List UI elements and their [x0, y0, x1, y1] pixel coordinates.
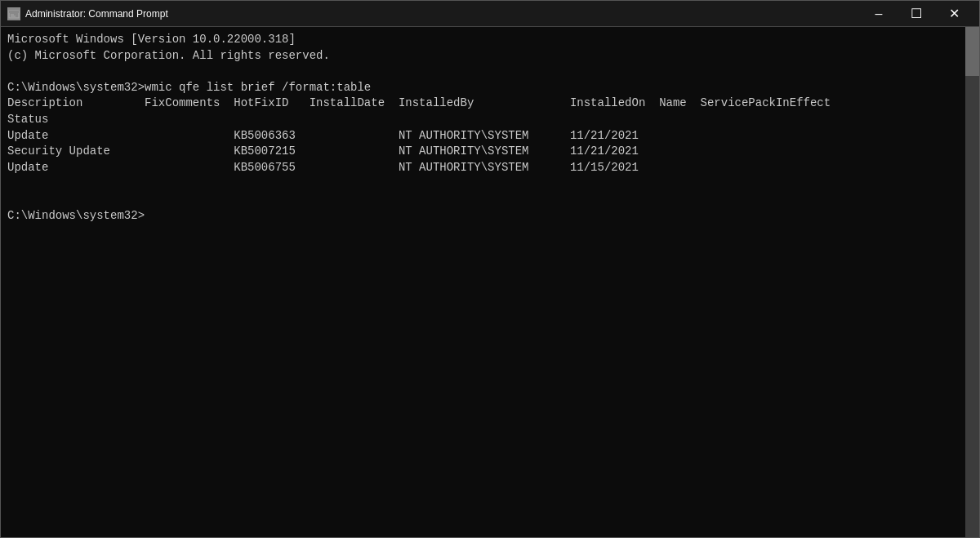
command-prompt-window: Administrator: Command Prompt – ☐ ✕ Micr…	[0, 0, 980, 538]
title-bar: Administrator: Command Prompt – ☐ ✕	[1, 1, 979, 27]
window-title: Administrator: Command Prompt	[25, 8, 860, 20]
close-button[interactable]: ✕	[935, 1, 973, 27]
maximize-button[interactable]: ☐	[898, 1, 935, 27]
console-output: Microsoft Windows [Version 10.0.22000.31…	[7, 32, 973, 224]
window-controls: – ☐ ✕	[860, 1, 973, 27]
console-area[interactable]: Microsoft Windows [Version 10.0.22000.31…	[1, 27, 979, 537]
scrollbar-thumb[interactable]	[965, 27, 979, 76]
scrollbar[interactable]	[965, 27, 979, 537]
svg-rect-1	[9, 11, 19, 13]
minimize-button[interactable]: –	[860, 1, 898, 27]
window-icon	[7, 7, 20, 20]
